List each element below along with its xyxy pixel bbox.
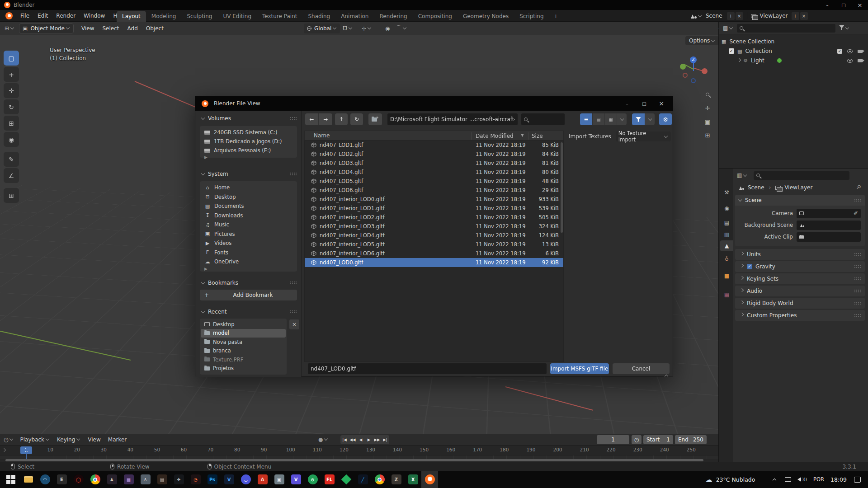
timeline-ruler[interactable]: 1102030405060708090100110120130140150160… xyxy=(0,446,718,455)
blender-taskbar[interactable] xyxy=(421,471,438,488)
file-row[interactable]: nd407_interior_LOD6.gltf11 Nov 2022 18:1… xyxy=(305,249,563,258)
app-swirl[interactable]: ◔ xyxy=(187,471,204,488)
file-row[interactable]: nd407_interior_LOD0.gltf11 Nov 2022 18:1… xyxy=(305,195,563,204)
dialog-close-button[interactable]: × xyxy=(653,96,670,111)
dialog-maximize-button[interactable]: □ xyxy=(636,96,653,111)
tab-scripting[interactable]: Scripting xyxy=(514,11,549,22)
background-scene-field[interactable] xyxy=(797,221,861,230)
rotate-tool[interactable]: ↻ xyxy=(4,99,19,114)
chrome[interactable] xyxy=(87,471,104,488)
next-keyframe-button[interactable]: ▶▶ xyxy=(373,435,381,444)
blender-menu-logo-icon[interactable] xyxy=(5,12,13,19)
mode-dropdown[interactable]: ▣Object Mode xyxy=(19,23,74,33)
timeline-editor-type-button[interactable]: ◷ xyxy=(4,436,14,443)
photos-app[interactable]: ▣ xyxy=(271,471,288,488)
proportional-editing-button[interactable]: ◉ xyxy=(385,25,390,32)
window-close-button[interactable]: × xyxy=(852,0,868,10)
fl-studio[interactable]: FL xyxy=(321,471,338,488)
menu-edit[interactable]: Edit xyxy=(33,10,52,22)
file-row[interactable]: nd407_LOD6.gltf11 Nov 2022 18:1929 KiB xyxy=(305,186,563,195)
filename-input[interactable]: nd407_LOD0.gltf xyxy=(308,363,547,374)
gizmo-z-neg[interactable] xyxy=(691,78,696,83)
tab-sculpting[interactable]: Sculpting xyxy=(181,11,217,22)
app-dark-z[interactable]: Z xyxy=(388,471,405,488)
timeline-scrollbar[interactable] xyxy=(5,459,703,461)
filter-options-chevron[interactable] xyxy=(645,113,655,125)
network-icon[interactable] xyxy=(785,477,791,482)
dialog-settings-button[interactable]: ⚙ xyxy=(659,113,672,125)
file-row[interactable]: nd407_LOD0.gltf11 Nov 2022 18:1992 KiB xyxy=(305,258,563,267)
play-reverse-button[interactable]: ◀ xyxy=(357,435,365,444)
outliner-row-collection[interactable]: ✓ ▤ Collection xyxy=(729,47,772,56)
tab-rendering[interactable]: Rendering xyxy=(374,11,412,22)
import-button[interactable]: Import MSFS glTF file xyxy=(550,363,609,374)
viewport-options-button[interactable]: Options xyxy=(685,36,719,45)
nav-back-button[interactable]: ← xyxy=(305,113,319,125)
scene-unlink-button[interactable]: × xyxy=(736,12,743,20)
scene-new-button[interactable]: + xyxy=(727,12,735,20)
playhead-line[interactable] xyxy=(26,446,27,459)
viewlayer-icon[interactable] xyxy=(751,14,756,18)
column-date-modified[interactable]: Date Modified xyxy=(476,133,514,139)
tab-modeling[interactable]: Modeling xyxy=(146,11,182,22)
pin-id-icon[interactable]: ⚲ xyxy=(855,183,862,191)
volumes-more-arrow[interactable]: ▶ xyxy=(200,155,297,160)
light-expand-chevron[interactable] xyxy=(737,58,741,61)
app-purple-v[interactable]: V xyxy=(288,471,304,488)
timeline-menu-playback[interactable]: Playback xyxy=(16,436,53,443)
system-section-header[interactable]: System xyxy=(200,170,297,178)
menu-window[interactable]: Window xyxy=(80,10,109,22)
vegas[interactable]: V xyxy=(221,471,237,488)
app-purple-pixel[interactable]: ▦ xyxy=(120,471,137,488)
panel-gravity[interactable]: ✓Gravity xyxy=(735,261,865,272)
file-row[interactable]: nd407_interior_LOD1.gltf11 Nov 2022 18:1… xyxy=(305,204,563,213)
file-row[interactable]: nd407_LOD1.gltf11 Nov 2022 18:1985 KiB xyxy=(305,141,563,150)
system-item-home[interactable]: ⌂Home xyxy=(200,183,297,192)
gizmo-z-axis[interactable]: Z xyxy=(690,56,697,63)
app-green-dot[interactable]: ⊙ xyxy=(304,471,321,488)
bookmarks-section-header[interactable]: Bookmarks xyxy=(200,279,297,287)
column-size[interactable]: Size xyxy=(532,133,543,139)
transform-tool[interactable]: ◉ xyxy=(4,132,19,147)
recent-item-nova-pasta[interactable]: Nova pasta xyxy=(201,338,286,347)
system-item-desktop[interactable]: ⊡Desktop xyxy=(200,192,297,202)
snap-target-button[interactable]: ⊹ xyxy=(362,25,372,32)
viewport-camera-icon[interactable]: ▣ xyxy=(702,116,713,127)
panel-custom-properties[interactable]: Custom Properties xyxy=(735,310,865,321)
excel[interactable]: X xyxy=(405,471,421,488)
outliner-row-scene-collection[interactable]: ▦ Scene Collection xyxy=(722,37,774,46)
proportional-falloff-button[interactable]: ⌒ xyxy=(396,24,407,32)
cancel-button[interactable]: Cancel xyxy=(613,363,670,374)
notification-center-icon[interactable] xyxy=(854,477,861,483)
jump-to-start-button[interactable]: |◀ xyxy=(340,435,349,444)
dialog-titlebar[interactable]: Blender File View – □ × xyxy=(195,96,673,111)
app-blue-slash[interactable]: ╱ xyxy=(354,471,371,488)
tray-expand-chevron[interactable] xyxy=(773,478,776,482)
collection-checkbox[interactable]: ✓ xyxy=(729,48,734,54)
volumes-section-header[interactable]: Volumes xyxy=(200,114,297,122)
file-row[interactable]: nd407_interior_LOD4.gltf11 Nov 2022 18:1… xyxy=(305,231,563,240)
move-tool[interactable]: ✛ xyxy=(4,83,19,98)
clock[interactable]: 18:09 xyxy=(830,476,847,483)
properties-search-field[interactable] xyxy=(754,171,849,180)
opera[interactable]: ◯ xyxy=(70,471,87,488)
collection-hide-icon[interactable] xyxy=(847,49,853,53)
panel-rigid-body-world[interactable]: Rigid Body World xyxy=(735,298,865,309)
eyedropper-icon[interactable]: ✐ xyxy=(854,210,858,216)
tab-layout[interactable]: Layout xyxy=(117,11,146,22)
app-dark-1[interactable]: ♟ xyxy=(104,471,120,488)
volume-item[interactable]: 1TB Dedicado a Jogos (D:) xyxy=(200,137,297,146)
editor-type-button[interactable]: ⊞ xyxy=(5,25,14,32)
box-select-tool[interactable]: ▢ xyxy=(4,51,19,66)
scale-tool[interactable]: ⊞ xyxy=(4,116,19,131)
camera-field[interactable]: ✐ xyxy=(797,209,861,218)
file-row[interactable]: nd407_LOD3.gltf11 Nov 2022 18:1981 KiB xyxy=(305,159,563,168)
file-row[interactable]: nd407_LOD4.gltf11 Nov 2022 18:1980 KiB xyxy=(305,168,563,177)
outliner-search-field[interactable] xyxy=(737,24,835,33)
nav-forward-button[interactable]: → xyxy=(319,113,332,125)
object-tab[interactable]: ■ xyxy=(720,271,733,282)
steam[interactable]: ◠ xyxy=(37,471,53,488)
photoshop[interactable]: Ps xyxy=(204,471,221,488)
file-path-field[interactable]: D:\Microsoft Flight Simulator ...crosoft… xyxy=(387,113,518,125)
outliner-row-light[interactable]: ☼ Light xyxy=(736,56,782,65)
